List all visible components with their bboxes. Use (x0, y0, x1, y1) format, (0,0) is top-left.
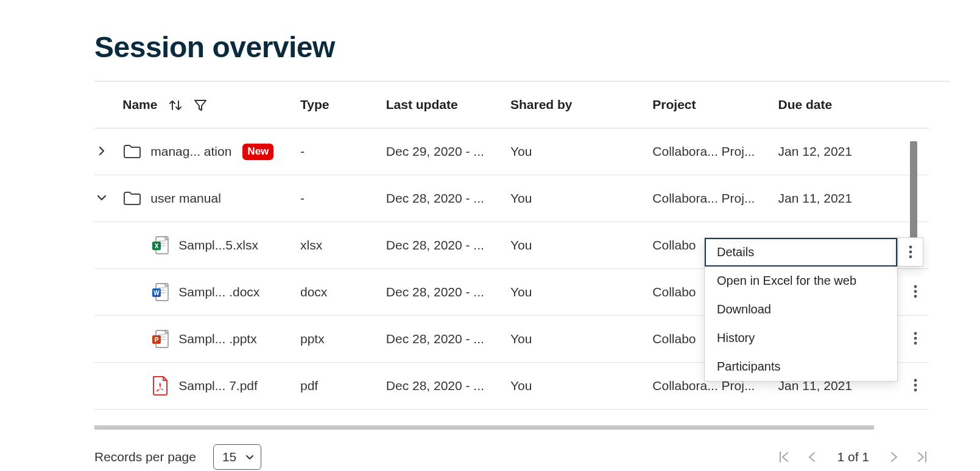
records-per-page-label: Records per page (94, 450, 196, 464)
cell-last-update: Dec 28, 2020 - ... (386, 363, 510, 410)
cell-shared-by: You (510, 222, 652, 269)
cell-type: xlsx (300, 222, 386, 269)
svg-point-21 (914, 285, 917, 288)
folder-icon (122, 142, 142, 161)
pager-prev-button[interactable] (806, 450, 817, 464)
horizontal-scrollbar[interactable] (94, 425, 874, 430)
cell-shared-by: You (510, 175, 652, 222)
page-size-value: 15 (222, 450, 236, 464)
svg-point-31 (914, 337, 917, 340)
svg-point-23 (914, 295, 917, 298)
row-more-button[interactable] (907, 377, 924, 394)
expand-collapse-button[interactable] (94, 190, 109, 205)
filter-icon[interactable] (194, 99, 207, 112)
svg-point-32 (914, 342, 917, 345)
cell-project: Collabora... Proj... (652, 128, 778, 175)
cell-last-update: Dec 28, 2020 - ... (386, 222, 510, 269)
page-title: Session overview (94, 30, 950, 64)
page-size-select[interactable]: 15 (213, 444, 261, 470)
menu-item-download[interactable]: Download (705, 295, 897, 324)
context-menu-more-button[interactable] (898, 237, 923, 267)
cell-due-date: Jan 12, 2021 (778, 128, 895, 175)
pager-last-button[interactable] (915, 450, 929, 464)
col-header-name-label: Name (122, 97, 157, 111)
word-file-icon: W (150, 282, 170, 302)
table-row[interactable]: user manual -Dec 28, 2020 - ...YouCollab… (94, 175, 929, 222)
menu-item-details[interactable]: Details (705, 238, 897, 267)
col-header-type[interactable]: Type (300, 82, 386, 128)
table-header-row: Name Type (94, 82, 929, 128)
cell-last-update: Dec 28, 2020 - ... (386, 316, 510, 363)
col-header-name[interactable]: Name (122, 82, 300, 128)
cell-type: - (300, 128, 386, 175)
table-row[interactable]: manag... ation New -Dec 29, 2020 - ...Yo… (94, 128, 929, 175)
svg-text:X: X (155, 243, 159, 249)
pager-first-button[interactable] (777, 450, 791, 464)
menu-item-participants[interactable]: Participants (705, 352, 897, 381)
pdf-file-icon (150, 376, 170, 396)
cell-type: pptx (300, 316, 386, 363)
cell-due-date: Jan 11, 2021 (778, 175, 895, 222)
svg-text:W: W (154, 290, 160, 296)
row-more-button[interactable] (907, 283, 924, 300)
col-header-due-date[interactable]: Due date (778, 82, 895, 128)
file-name: manag... ation (150, 144, 231, 159)
cell-shared-by: You (510, 269, 652, 316)
pager: Records per page 15 1 of 1 (94, 444, 929, 470)
row-more-button[interactable] (907, 330, 924, 347)
cell-shared-by: You (510, 316, 652, 363)
pager-page-label: 1 of 1 (837, 450, 869, 464)
file-name: Sampl... .docx (178, 285, 259, 299)
cell-shared-by: You (510, 363, 652, 410)
cell-last-update: Dec 28, 2020 - ... (386, 269, 510, 316)
svg-point-33 (914, 379, 917, 382)
col-header-project[interactable]: Project (652, 82, 778, 128)
cell-last-update: Dec 28, 2020 - ... (386, 175, 510, 222)
new-badge: New (242, 144, 273, 160)
svg-point-35 (914, 389, 917, 392)
chevron-down-icon (245, 452, 255, 462)
svg-point-38 (909, 256, 912, 259)
svg-point-37 (909, 251, 912, 254)
folder-icon (122, 189, 142, 208)
menu-item-open-in-excel-for-the-web[interactable]: Open in Excel for the web (705, 267, 897, 295)
cell-type: docx (300, 269, 386, 316)
excel-file-icon: X (150, 236, 170, 255)
cell-project: Collabora... Proj... (652, 175, 778, 222)
svg-point-34 (914, 384, 917, 387)
menu-item-history[interactable]: History (705, 324, 897, 352)
file-name: Sampl... 7.pdf (178, 379, 258, 393)
svg-text:P: P (155, 337, 159, 343)
sort-icon[interactable] (168, 99, 183, 112)
file-name: Sampl...5.xlsx (178, 238, 258, 253)
col-header-shared-by[interactable]: Shared by (510, 82, 652, 128)
powerpoint-file-icon: P (150, 329, 170, 349)
svg-point-36 (909, 246, 912, 249)
svg-point-22 (914, 290, 917, 293)
cell-type: pdf (300, 363, 386, 410)
svg-point-30 (914, 332, 917, 335)
context-menu: DetailsOpen in Excel for the webDownload… (704, 237, 898, 382)
file-name: user manual (150, 191, 221, 206)
cell-last-update: Dec 29, 2020 - ... (386, 128, 510, 175)
pager-next-button[interactable] (889, 450, 900, 464)
cell-type: - (300, 175, 386, 222)
expand-expand-button[interactable] (94, 144, 109, 158)
cell-shared-by: You (510, 128, 652, 175)
file-name: Sampl... .pptx (178, 332, 256, 346)
col-header-last-update[interactable]: Last update (386, 82, 510, 128)
